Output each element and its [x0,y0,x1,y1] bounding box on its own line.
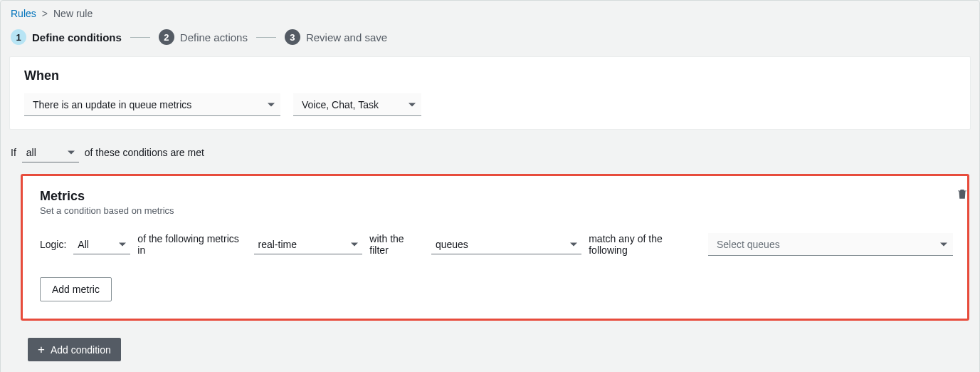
when-title: When [24,68,956,83]
filter-value: queues [436,239,468,250]
add-metric-button[interactable]: Add metric [40,277,112,301]
logic-text-2: with the filter [369,233,424,256]
delete-condition-icon[interactable] [956,187,969,202]
caret-down-icon [940,242,947,246]
step-number: 2 [159,29,174,45]
if-suffix: of these conditions are met [85,147,204,158]
caret-down-icon [68,150,75,154]
step-label: Review and save [306,31,387,43]
step-label: Define conditions [32,31,122,43]
breadcrumb-current: New rule [53,8,93,19]
logic-text-3: match any of the following [589,233,701,256]
trigger-value: There is an update in queue metrics [33,99,191,110]
queues-placeholder: Select queues [717,239,780,250]
step-connector [256,37,276,38]
timeframe-value: real-time [258,239,297,250]
wizard-step-1[interactable]: 1 Define conditions [11,29,122,45]
caret-down-icon [268,103,275,106]
wizard-steps: 1 Define conditions 2 Define actions 3 R… [1,24,979,56]
step-number: 1 [11,29,26,45]
add-condition-button[interactable]: + Add condition [28,338,121,361]
logic-text-1: of the following metrics in [137,233,246,256]
channels-value: Voice, Chat, Task [302,99,379,110]
logic-label: Logic: [40,239,66,250]
if-prefix: If [11,147,16,158]
plus-icon: + [38,343,45,356]
caret-down-icon [570,242,577,246]
caret-down-icon [119,242,126,246]
step-number: 3 [285,29,300,45]
wizard-step-2[interactable]: 2 Define actions [159,29,248,45]
breadcrumb: Rules > New rule [1,1,979,24]
if-mode-dropdown[interactable]: all [22,143,79,162]
trigger-dropdown[interactable]: There is an update in queue metrics [24,93,280,116]
wizard-step-3[interactable]: 3 Review and save [285,29,387,45]
breadcrumb-root-link[interactable]: Rules [11,8,36,19]
trash-icon [956,187,969,200]
logic-dropdown[interactable]: All [73,234,130,254]
caret-down-icon [409,103,416,106]
metrics-subtitle: Set a condition based on metrics [40,205,174,216]
caret-down-icon [351,242,358,246]
queues-select[interactable]: Select queues [708,233,953,256]
filter-dropdown[interactable]: queues [431,234,581,254]
add-condition-label: Add condition [51,344,111,356]
step-connector [130,37,150,38]
step-label: Define actions [180,31,248,43]
metrics-condition-card: Metrics Set a condition based on metrics… [21,174,969,321]
metrics-title: Metrics [40,189,174,204]
logic-value: All [78,239,89,250]
channels-dropdown[interactable]: Voice, Chat, Task [293,93,421,116]
if-mode-value: all [26,147,36,158]
if-conditions-row: If all of these conditions are met [1,138,979,170]
timeframe-dropdown[interactable]: real-time [254,234,363,254]
chevron-right-icon: > [42,8,48,19]
when-card: When There is an update in queue metrics… [9,56,971,130]
